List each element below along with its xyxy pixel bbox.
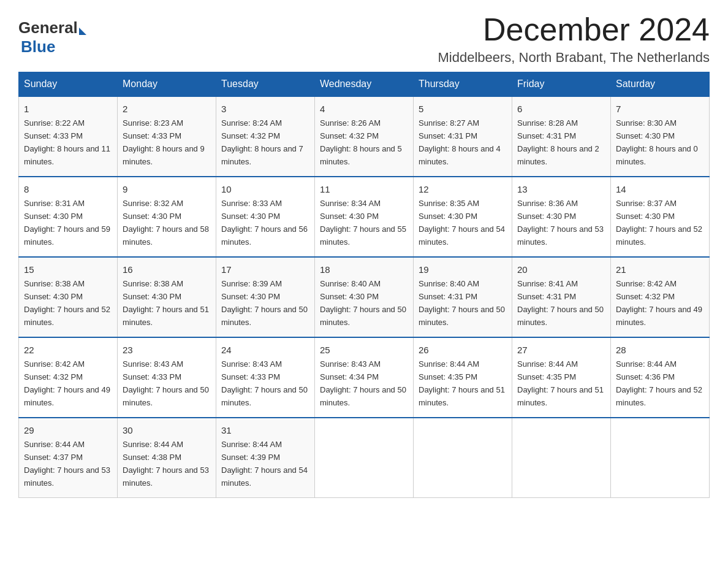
day-info: Sunrise: 8:37 AMSunset: 4:30 PMDaylight:… bbox=[616, 199, 702, 247]
calendar-cell: 29Sunrise: 8:44 AMSunset: 4:37 PMDayligh… bbox=[19, 418, 118, 497]
location-title: Middelbeers, North Brabant, The Netherla… bbox=[438, 50, 710, 66]
day-number: 30 bbox=[123, 423, 211, 437]
calendar-cell: 7Sunrise: 8:30 AMSunset: 4:30 PMDaylight… bbox=[611, 96, 710, 177]
day-info: Sunrise: 8:24 AMSunset: 4:32 PMDaylight:… bbox=[221, 118, 303, 166]
day-number: 5 bbox=[419, 102, 507, 116]
calendar-cell bbox=[512, 418, 611, 497]
day-info: Sunrise: 8:34 AMSunset: 4:30 PMDaylight:… bbox=[320, 199, 406, 247]
calendar-cell: 22Sunrise: 8:42 AMSunset: 4:32 PMDayligh… bbox=[19, 337, 118, 418]
calendar-cell: 28Sunrise: 8:44 AMSunset: 4:36 PMDayligh… bbox=[611, 337, 710, 418]
calendar-week-5: 29Sunrise: 8:44 AMSunset: 4:37 PMDayligh… bbox=[19, 418, 710, 497]
day-number: 4 bbox=[320, 102, 408, 116]
calendar-cell: 15Sunrise: 8:38 AMSunset: 4:30 PMDayligh… bbox=[19, 257, 118, 337]
day-number: 7 bbox=[616, 102, 704, 116]
logo-blue-text: Blue bbox=[18, 37, 55, 56]
logo-triangle-icon bbox=[79, 28, 86, 35]
calendar-body: 1Sunrise: 8:22 AMSunset: 4:33 PMDaylight… bbox=[19, 96, 710, 497]
day-info: Sunrise: 8:42 AMSunset: 4:32 PMDaylight:… bbox=[24, 359, 110, 407]
day-info: Sunrise: 8:43 AMSunset: 4:33 PMDaylight:… bbox=[221, 359, 308, 407]
day-number: 27 bbox=[517, 343, 605, 357]
day-number: 14 bbox=[616, 182, 704, 196]
day-number: 16 bbox=[123, 262, 211, 277]
calendar-cell: 17Sunrise: 8:39 AMSunset: 4:30 PMDayligh… bbox=[216, 257, 315, 337]
calendar-cell: 30Sunrise: 8:44 AMSunset: 4:38 PMDayligh… bbox=[118, 418, 216, 497]
day-number: 15 bbox=[24, 262, 112, 277]
day-number: 19 bbox=[419, 262, 507, 277]
calendar-week-4: 22Sunrise: 8:42 AMSunset: 4:32 PMDayligh… bbox=[19, 337, 710, 418]
day-info: Sunrise: 8:23 AMSunset: 4:33 PMDaylight:… bbox=[123, 118, 205, 166]
day-info: Sunrise: 8:33 AMSunset: 4:30 PMDaylight:… bbox=[221, 199, 308, 247]
day-info: Sunrise: 8:39 AMSunset: 4:30 PMDaylight:… bbox=[221, 279, 308, 327]
header-wednesday: Wednesday bbox=[315, 72, 414, 97]
day-number: 8 bbox=[24, 182, 112, 196]
calendar-cell: 14Sunrise: 8:37 AMSunset: 4:30 PMDayligh… bbox=[611, 177, 710, 257]
day-number: 11 bbox=[320, 182, 408, 196]
day-info: Sunrise: 8:44 AMSunset: 4:38 PMDaylight:… bbox=[123, 440, 209, 488]
day-info: Sunrise: 8:38 AMSunset: 4:30 PMDaylight:… bbox=[24, 279, 110, 327]
calendar-week-3: 15Sunrise: 8:38 AMSunset: 4:30 PMDayligh… bbox=[19, 257, 710, 337]
header-monday: Monday bbox=[118, 72, 216, 97]
day-info: Sunrise: 8:44 AMSunset: 4:35 PMDaylight:… bbox=[419, 359, 505, 407]
day-number: 13 bbox=[517, 182, 605, 196]
day-number: 29 bbox=[24, 423, 112, 437]
header-thursday: Thursday bbox=[414, 72, 512, 97]
day-info: Sunrise: 8:22 AMSunset: 4:33 PMDaylight:… bbox=[24, 118, 110, 166]
day-number: 3 bbox=[221, 102, 309, 116]
header-tuesday: Tuesday bbox=[216, 72, 315, 97]
month-title: December 2024 bbox=[438, 12, 710, 47]
day-info: Sunrise: 8:44 AMSunset: 4:37 PMDaylight:… bbox=[24, 440, 110, 488]
calendar-cell: 11Sunrise: 8:34 AMSunset: 4:30 PMDayligh… bbox=[315, 177, 414, 257]
day-info: Sunrise: 8:31 AMSunset: 4:30 PMDaylight:… bbox=[24, 199, 110, 247]
day-number: 21 bbox=[616, 262, 704, 277]
calendar-cell: 23Sunrise: 8:43 AMSunset: 4:33 PMDayligh… bbox=[118, 337, 216, 418]
calendar-cell: 8Sunrise: 8:31 AMSunset: 4:30 PMDaylight… bbox=[19, 177, 118, 257]
day-number: 18 bbox=[320, 262, 408, 277]
calendar-cell: 5Sunrise: 8:27 AMSunset: 4:31 PMDaylight… bbox=[414, 96, 512, 177]
day-number: 25 bbox=[320, 343, 408, 357]
calendar-cell: 19Sunrise: 8:40 AMSunset: 4:31 PMDayligh… bbox=[414, 257, 512, 337]
day-info: Sunrise: 8:42 AMSunset: 4:32 PMDaylight:… bbox=[616, 279, 702, 327]
day-info: Sunrise: 8:40 AMSunset: 4:30 PMDaylight:… bbox=[320, 279, 406, 327]
calendar-cell: 12Sunrise: 8:35 AMSunset: 4:30 PMDayligh… bbox=[414, 177, 512, 257]
calendar-cell: 31Sunrise: 8:44 AMSunset: 4:39 PMDayligh… bbox=[216, 418, 315, 497]
calendar-cell: 9Sunrise: 8:32 AMSunset: 4:30 PMDaylight… bbox=[118, 177, 216, 257]
calendar-cell bbox=[611, 418, 710, 497]
day-number: 2 bbox=[123, 102, 211, 116]
calendar-cell: 16Sunrise: 8:38 AMSunset: 4:30 PMDayligh… bbox=[118, 257, 216, 337]
calendar-cell: 21Sunrise: 8:42 AMSunset: 4:32 PMDayligh… bbox=[611, 257, 710, 337]
calendar-cell bbox=[315, 418, 414, 497]
day-info: Sunrise: 8:35 AMSunset: 4:30 PMDaylight:… bbox=[419, 199, 505, 247]
day-info: Sunrise: 8:36 AMSunset: 4:30 PMDaylight:… bbox=[517, 199, 604, 247]
calendar-cell: 2Sunrise: 8:23 AMSunset: 4:33 PMDaylight… bbox=[118, 96, 216, 177]
calendar-header: SundayMondayTuesdayWednesdayThursdayFrid… bbox=[19, 72, 710, 97]
day-number: 17 bbox=[221, 262, 309, 277]
calendar-cell: 4Sunrise: 8:26 AMSunset: 4:32 PMDaylight… bbox=[315, 96, 414, 177]
day-number: 26 bbox=[419, 343, 507, 357]
calendar-cell: 13Sunrise: 8:36 AMSunset: 4:30 PMDayligh… bbox=[512, 177, 611, 257]
calendar-cell: 6Sunrise: 8:28 AMSunset: 4:31 PMDaylight… bbox=[512, 96, 611, 177]
calendar-cell: 18Sunrise: 8:40 AMSunset: 4:30 PMDayligh… bbox=[315, 257, 414, 337]
day-info: Sunrise: 8:38 AMSunset: 4:30 PMDaylight:… bbox=[123, 279, 209, 327]
day-info: Sunrise: 8:44 AMSunset: 4:39 PMDaylight:… bbox=[221, 440, 308, 488]
calendar-cell: 3Sunrise: 8:24 AMSunset: 4:32 PMDaylight… bbox=[216, 96, 315, 177]
day-number: 9 bbox=[123, 182, 211, 196]
logo: General Blue bbox=[18, 12, 88, 56]
day-number: 20 bbox=[517, 262, 605, 277]
header: General Blue December 2024 Middelbeers, … bbox=[18, 12, 710, 66]
day-info: Sunrise: 8:40 AMSunset: 4:31 PMDaylight:… bbox=[419, 279, 505, 327]
calendar-week-2: 8Sunrise: 8:31 AMSunset: 4:30 PMDaylight… bbox=[19, 177, 710, 257]
day-number: 28 bbox=[616, 343, 704, 357]
calendar-cell: 10Sunrise: 8:33 AMSunset: 4:30 PMDayligh… bbox=[216, 177, 315, 257]
day-number: 24 bbox=[221, 343, 309, 357]
header-saturday: Saturday bbox=[611, 72, 710, 97]
day-number: 10 bbox=[221, 182, 309, 196]
day-info: Sunrise: 8:43 AMSunset: 4:33 PMDaylight:… bbox=[123, 359, 209, 407]
day-number: 6 bbox=[517, 102, 605, 116]
calendar-week-1: 1Sunrise: 8:22 AMSunset: 4:33 PMDaylight… bbox=[19, 96, 710, 177]
day-info: Sunrise: 8:41 AMSunset: 4:31 PMDaylight:… bbox=[517, 279, 604, 327]
day-info: Sunrise: 8:28 AMSunset: 4:31 PMDaylight:… bbox=[517, 118, 599, 166]
calendar-cell: 25Sunrise: 8:43 AMSunset: 4:34 PMDayligh… bbox=[315, 337, 414, 418]
day-info: Sunrise: 8:26 AMSunset: 4:32 PMDaylight:… bbox=[320, 118, 402, 166]
day-info: Sunrise: 8:43 AMSunset: 4:34 PMDaylight:… bbox=[320, 359, 406, 407]
calendar-cell: 27Sunrise: 8:44 AMSunset: 4:35 PMDayligh… bbox=[512, 337, 611, 418]
